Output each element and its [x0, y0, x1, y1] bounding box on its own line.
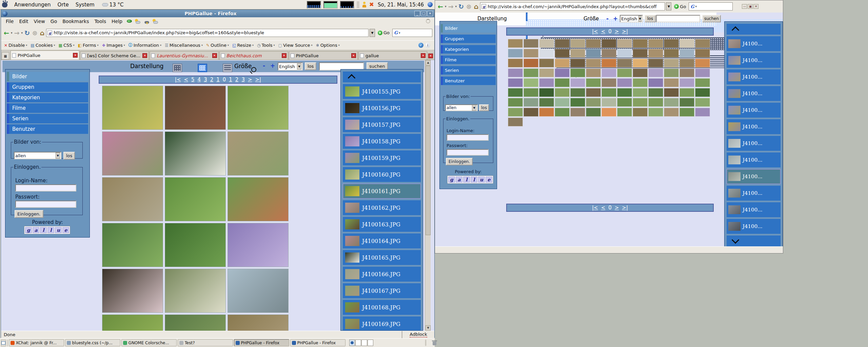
webdev-menu-button[interactable]: ✱Options▾: [314, 42, 341, 49]
trash-icon[interactable]: [432, 340, 434, 345]
thumbnail[interactable]: [524, 39, 538, 48]
pagination-link[interactable]: >: [615, 205, 619, 211]
url-history-dropdown[interactable]: ▼: [370, 29, 375, 37]
thumbnail[interactable]: [617, 88, 632, 97]
pagination-link[interactable]: 1: [229, 77, 232, 83]
xchat-tray-icon[interactable]: ✖: [369, 2, 374, 7]
tray-grip[interactable]: [357, 1, 359, 8]
thumbnail[interactable]: [664, 59, 679, 67]
thumbnail[interactable]: [539, 78, 554, 87]
thumbnail[interactable]: [679, 59, 694, 67]
file-list-item[interactable]: J4100...: [727, 53, 781, 68]
network-monitor-applet[interactable]: [340, 1, 354, 8]
photo-thumbnail[interactable]: [102, 223, 163, 267]
go-button[interactable]: Go: [376, 29, 391, 37]
back-button[interactable]: ←: [437, 2, 444, 11]
url-bar[interactable]: g http://viste.is-a-chef.com/~jannik/PHP…: [480, 2, 665, 11]
thumbnail[interactable]: [539, 108, 554, 117]
stop-button[interactable]: ⊗: [466, 2, 472, 11]
thumbnail[interactable]: [648, 39, 663, 48]
pagination-link[interactable]: <: [601, 205, 606, 211]
photo-thumbnail[interactable]: [102, 177, 163, 221]
back-dropdown-icon[interactable]: ▾: [445, 5, 447, 8]
gnome-main-menu-icon[interactable]: [2, 2, 7, 7]
forecast-sun-cloud-icon[interactable]: [134, 19, 141, 24]
thumbnail[interactable]: [586, 68, 601, 77]
menu-item[interactable]: File: [3, 18, 16, 25]
instant-messenger-tray-icon[interactable]: [362, 2, 367, 7]
thumbnail[interactable]: [633, 59, 648, 67]
sidebar-nav-item[interactable]: Kategorien: [441, 45, 496, 54]
thumbnail[interactable]: [601, 98, 616, 107]
clock-applet[interactable]: So, 21. Mai, 15:46: [376, 2, 425, 8]
thumbnail[interactable]: [679, 78, 694, 87]
pagination-link[interactable]: 2: [235, 77, 239, 83]
sidebar-nav-item[interactable]: Bilder: [441, 24, 496, 33]
thumbnail[interactable]: [648, 59, 663, 67]
language-go-button[interactable]: los: [305, 62, 316, 70]
thumbnail[interactable]: [524, 49, 538, 58]
thumbnail[interactable]: [524, 108, 538, 117]
thumbnail[interactable]: [664, 39, 679, 48]
password-input[interactable]: [15, 201, 76, 208]
panel-menu-item[interactable]: System: [72, 0, 98, 9]
workspace-2[interactable]: [355, 340, 361, 346]
file-list-item[interactable]: J4100155.JPG: [343, 84, 421, 99]
titlebar[interactable]: PHPGallue - Firefox _ □ ✕: [1, 10, 434, 17]
thumbnail[interactable]: [601, 59, 616, 67]
thumbnail[interactable]: [586, 78, 601, 87]
thumbnail[interactable]: [524, 88, 538, 97]
file-list-item[interactable]: J4100159.JPG: [343, 150, 421, 165]
task-button[interactable]: GNOME Colorsche...: [121, 339, 177, 346]
size-increase-link[interactable]: +: [613, 15, 618, 22]
thumbnail[interactable]: [695, 68, 710, 77]
photo-thumbnail[interactable]: [165, 223, 226, 267]
pagination-link[interactable]: 4: [198, 77, 201, 83]
adblock-status[interactable]: Adblock: [402, 331, 434, 338]
photo-thumbnail[interactable]: [102, 86, 163, 130]
globe-tray-icon[interactable]: [428, 2, 433, 7]
sidebar-nav-item[interactable]: Filme: [441, 56, 496, 64]
thumbnail[interactable]: [524, 98, 538, 107]
cpu-monitor-applet[interactable]: [307, 1, 321, 8]
minimize-button[interactable]: —: [742, 4, 747, 9]
file-list-item[interactable]: J4100169.JPG: [343, 317, 421, 331]
minimize-button[interactable]: _: [414, 11, 420, 16]
maximize-button[interactable]: □: [421, 11, 427, 16]
tab-close-icon[interactable]: ✕: [142, 53, 147, 58]
thumbnail[interactable]: [508, 118, 523, 126]
thumbnail[interactable]: [633, 108, 648, 117]
scrollbar-thumb[interactable]: [426, 66, 431, 235]
search-submit-button[interactable]: suchen: [702, 15, 721, 22]
tab-close-icon[interactable]: ✕: [282, 53, 287, 58]
photo-thumbnail[interactable]: [228, 314, 289, 331]
sidebar-nav-item[interactable]: Benutzer: [7, 124, 88, 134]
size-increase-link[interactable]: +: [270, 62, 275, 69]
thumbnail[interactable]: [695, 88, 710, 97]
thumbnail[interactable]: [648, 98, 663, 107]
thumbnail[interactable]: [555, 88, 570, 97]
photo-thumbnail[interactable]: [228, 269, 289, 313]
webdev-menu-button[interactable]: ◱Resize▾: [231, 42, 255, 49]
thumbnail[interactable]: [508, 78, 523, 87]
sidebar-nav-item[interactable]: Gruppen: [441, 35, 496, 43]
pagination-link[interactable]: 2: [210, 77, 214, 83]
size-decrease-link[interactable]: -: [606, 15, 609, 22]
photo-thumbnail[interactable]: [102, 131, 163, 176]
thumbnail[interactable]: [570, 108, 585, 117]
pagination-link[interactable]: 1: [216, 77, 220, 83]
webdev-menu-button[interactable]: ✎Outline▾: [204, 42, 231, 49]
tab-close-icon[interactable]: ✕: [351, 53, 356, 58]
pagination-link[interactable]: >|: [622, 205, 628, 211]
thumbnail[interactable]: [664, 88, 679, 97]
pagination-link[interactable]: |<: [175, 77, 181, 83]
photo-thumbnail[interactable]: [102, 314, 163, 331]
adblock-status-icon[interactable]: [127, 20, 132, 23]
thumbnail[interactable]: [633, 78, 648, 87]
browser-tab[interactable]: PHPGallue ✕: [289, 51, 358, 60]
sidebar-nav-item[interactable]: Serien: [7, 114, 88, 123]
view-list-icon[interactable]: [223, 64, 232, 72]
thumbnail[interactable]: [664, 78, 679, 87]
thumbnail[interactable]: [601, 108, 616, 117]
render-mode-icon[interactable]: ✓: [418, 43, 423, 48]
